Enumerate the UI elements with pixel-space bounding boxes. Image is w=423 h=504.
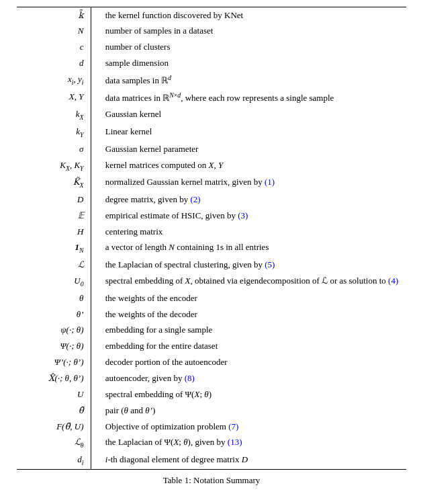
divider-cell [91,274,99,291]
reference-link[interactable]: (1) [265,177,275,187]
symbol-cell: H [17,224,91,240]
symbol-cell: k̃ [17,7,91,24]
description-cell: Linear kernel [99,124,406,141]
symbol-cell: d [17,56,91,72]
symbol-cell: di [17,452,91,470]
divider-cell [91,339,99,355]
description-cell: empirical estimate of HSIC, given by (3) [99,208,406,224]
symbol-cell: 1N [17,240,91,257]
reference-link[interactable]: (3) [238,210,248,220]
symbol-cell: X, Y [17,89,91,107]
symbol-cell: θ’ [17,306,91,323]
table-row: k̃ the kernel function discovered by KNe… [17,7,406,24]
table-row: 𝔼 empirical estimate of HSIC, given by (… [17,208,406,224]
table-row: N number of samples in a dataset [17,24,406,40]
symbol-cell: N [17,24,91,40]
description-cell: Gaussian kernel [99,107,406,124]
description-cell: data matrices in ℝN×d, where each row re… [99,89,406,107]
description-cell: the Laplacian of spectral clustering, gi… [99,257,406,274]
table-row: θ’ the weights of the decoder [17,306,406,323]
reference-link[interactable]: (5) [265,259,275,269]
table-row: D degree matrix, given by (2) [17,192,406,208]
description-cell: Objective of optimization problem (7) [99,419,406,435]
table-caption: Table 1: Notation Summary [17,475,406,486]
divider-cell [91,452,99,470]
symbol-cell: D [17,192,91,208]
table-row: K̃X normalized Gaussian kernel matrix, g… [17,175,406,192]
table-row: di i-th diagonal element of degree matri… [17,452,406,470]
divider-cell [91,71,99,89]
symbol-cell: U0 [17,274,91,291]
divider-cell [91,403,99,419]
symbol-cell: c [17,40,91,56]
reference-link[interactable]: (8) [185,373,195,383]
divider-cell [91,370,99,386]
divider-cell [91,56,99,72]
description-cell: sample dimension [99,56,406,72]
table-row: c number of clusters [17,40,406,56]
description-cell: autoencoder, given by (8) [99,370,406,386]
description-cell: normalized Gaussian kernel matrix, given… [99,175,406,192]
description-cell: number of samples in a dataset [99,24,406,40]
divider-cell [91,290,99,306]
description-cell: Gaussian kernel parameter [99,141,406,157]
table-row: kY Linear kernel [17,124,406,141]
table-row: θ the weights of the encoder [17,290,406,306]
description-cell: the weights of the decoder [99,306,406,323]
reference-link[interactable]: (4) [388,276,398,286]
description-cell: degree matrix, given by (2) [99,192,406,208]
symbol-cell: Ψ(·; θ) [17,339,91,355]
caption-text: Table 1: Notation Summary [163,475,261,485]
divider-cell [91,192,99,208]
description-cell: data samples in ℝd [99,71,406,89]
table-row: ℒθ the Laplacian of Ψ(X; θ), given by (1… [17,435,406,452]
divider-cell [91,386,99,403]
divider-cell [91,208,99,224]
symbol-cell: ℒ [17,257,91,274]
divider-cell [91,175,99,192]
table-row: F(θ̃, U) Objective of optimization probl… [17,419,406,435]
divider-cell [91,24,99,40]
description-cell: spectral embedding of X, obtained via ei… [99,274,406,291]
description-cell: pair (θ and θ’) [99,403,406,419]
table-row: kX Gaussian kernel [17,107,406,124]
divider-cell [91,7,99,24]
divider-cell [91,419,99,435]
divider-cell [91,124,99,141]
description-cell: embedding for a single sample [99,323,406,339]
table-row: xi, yi data samples in ℝd [17,71,406,89]
divider-cell [91,224,99,240]
symbol-cell: U [17,386,91,403]
reference-link[interactable]: (13) [228,437,242,447]
table-row: ψ(·; θ) embedding for a single sample [17,323,406,339]
table-row: Ψ’(·; θ’) decoder portion of the autoenc… [17,355,406,371]
description-cell: spectral embedding of Ψ(X; θ) [99,386,406,403]
symbol-cell: X̂(·; θ, θ’) [17,370,91,386]
symbol-cell: θ̃ [17,403,91,419]
divider-cell [91,157,99,175]
divider-cell [91,323,99,339]
symbol-cell: kY [17,124,91,141]
reference-link[interactable]: (2) [190,194,200,204]
divider-cell [91,89,99,107]
symbol-cell: θ [17,290,91,306]
symbol-cell: kX [17,107,91,124]
symbol-cell: KX, KY [17,157,91,175]
table-row: 1N a vector of length N containing 1s in… [17,240,406,257]
reference-link[interactable]: (7) [228,421,238,431]
divider-cell [91,306,99,323]
description-cell: the Laplacian of Ψ(X; θ), given by (13) [99,435,406,452]
table-row: ℒ the Laplacian of spectral clustering, … [17,257,406,274]
description-cell: the kernel function discovered by KNet [99,7,406,24]
table-row: U spectral embedding of Ψ(X; θ) [17,386,406,403]
description-cell: number of clusters [99,40,406,56]
table-row: KX, KY kernel matrices computed on X, Y [17,157,406,175]
table-row: θ̃ pair (θ and θ’) [17,403,406,419]
table-row: d sample dimension [17,56,406,72]
description-cell: embedding for the entire dataset [99,339,406,355]
table-row: X̂(·; θ, θ’) autoencoder, given by (8) [17,370,406,386]
divider-cell [91,355,99,371]
description-cell: decoder portion of the autoencoder [99,355,406,371]
symbol-cell: 𝔼 [17,208,91,224]
symbol-cell: K̃X [17,175,91,192]
